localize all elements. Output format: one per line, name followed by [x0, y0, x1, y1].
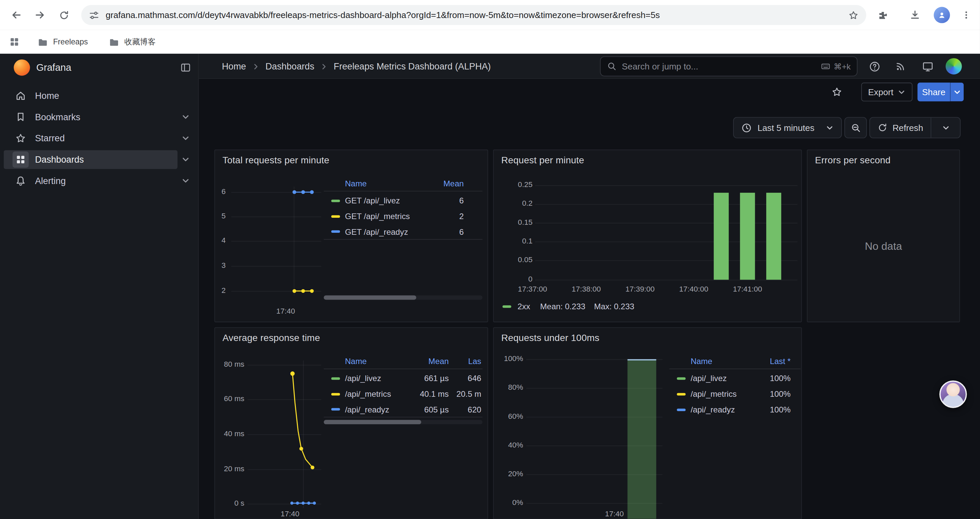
legend[interactable]: 2xx Mean: 0.233 Max: 0.233 [502, 302, 634, 311]
sidebar-item-label: Starred [35, 133, 65, 143]
panel-title[interactable]: Request per minute [501, 155, 584, 165]
help-icon[interactable] [864, 56, 885, 77]
export-button[interactable]: Export [861, 83, 913, 101]
legend-row[interactable]: /api/_metrics 40.1 ms 20.5 m [324, 386, 483, 402]
bar-2xx [740, 193, 755, 279]
site-info-icon[interactable] [89, 10, 99, 21]
search-input[interactable] [622, 61, 816, 72]
keyboard-icon [821, 61, 830, 72]
legend-scrollbar[interactable] [324, 295, 483, 300]
legend-header-row: Name Mean Las [324, 355, 483, 369]
series-last: 620 [449, 404, 481, 414]
apps-grid-icon[interactable] [9, 37, 20, 48]
breadcrumb-dashboards[interactable]: Dashboards [266, 61, 314, 72]
extensions-icon[interactable] [873, 6, 891, 24]
refresh-button[interactable]: Refresh [870, 118, 931, 137]
monitor-icon[interactable] [917, 56, 938, 77]
legend-header-name[interactable]: Name [690, 357, 756, 366]
y-tick: 40% [494, 441, 523, 449]
screen: grafana.mathmast.com/d/deytv4rwavabkb/fr… [0, 0, 980, 519]
user-avatar[interactable] [946, 58, 962, 75]
legend-row[interactable]: /api/_readyz 100% [670, 402, 800, 417]
chevron-down-icon[interactable] [181, 176, 190, 185]
bookmark-folder-blogs[interactable]: 收藏博客 [104, 34, 161, 50]
breadcrumb-current[interactable]: Freeleaps Metrics Dashboard (ALPHA) [334, 61, 491, 72]
refresh-interval-chevron[interactable] [931, 118, 960, 137]
legend-row[interactable]: /api/_livez 100% [670, 370, 800, 386]
browser-profile-avatar[interactable] [934, 7, 950, 23]
y-tick: 80% [494, 383, 523, 392]
bookmark-star-icon[interactable] [848, 10, 859, 21]
panel-title[interactable]: Errors per second [815, 155, 891, 165]
legend-row[interactable]: /api/_readyz 605 µs 620 [324, 402, 483, 417]
time-range-picker[interactable]: Last 5 minutes [733, 117, 842, 138]
brand-name: Grafana [37, 62, 72, 73]
sidebar-item-starred[interactable]: Starred [0, 128, 199, 149]
url-text[interactable]: grafana.mathmast.com/d/deytv4rwavabkb/fr… [106, 10, 842, 20]
refresh-label: Refresh [892, 123, 923, 133]
back-icon[interactable] [7, 6, 25, 24]
grafana-logo[interactable] [14, 59, 30, 76]
folder-icon [37, 37, 48, 48]
series-mean: 6 [426, 227, 464, 236]
series-last: 646 [449, 374, 481, 383]
panel-title[interactable]: Requests under 100ms [501, 332, 600, 343]
x-tick: 17:40 [276, 509, 304, 518]
floating-assistant-avatar[interactable] [939, 380, 967, 408]
legend-row[interactable]: /api/_livez 661 µs 646 [324, 370, 483, 386]
legend-header-last[interactable]: Last * [756, 357, 791, 366]
chevron-down-icon[interactable] [181, 155, 190, 164]
chevron-down-icon[interactable] [181, 134, 190, 143]
rss-icon[interactable] [890, 56, 911, 77]
sidebar-item-alerting[interactable]: Alerting [0, 170, 199, 192]
refresh-group: Refresh [869, 117, 961, 138]
legend-scrollbar[interactable] [324, 420, 483, 424]
legend-header-name[interactable]: Name [345, 179, 426, 188]
legend-header-last[interactable]: Las [449, 357, 481, 366]
sidebar-item-home[interactable]: Home [0, 85, 199, 107]
share-button[interactable]: Share [918, 83, 950, 101]
zoom-out-button[interactable] [844, 117, 867, 138]
x-tick: 17:39:00 [621, 285, 659, 294]
chevron-right-icon [252, 62, 260, 70]
export-label: Export [868, 87, 894, 97]
star-icon [15, 133, 26, 144]
search-bar[interactable]: ⌘+k [600, 56, 858, 77]
y-tick: 20% [494, 469, 523, 478]
legend-header-row: Name Mean [324, 176, 483, 192]
legend-row[interactable]: GET /api/_livez 6 [324, 193, 483, 208]
legend-header-mean[interactable]: Mean [426, 179, 464, 188]
legend-row[interactable]: GET /api/_metrics 2 [324, 208, 483, 224]
sidebar-item-bookmarks[interactable]: Bookmarks [0, 107, 199, 128]
sidebar: Grafana Home Bookmarks Starred Dashboard… [0, 54, 199, 519]
legend-header-name[interactable]: Name [345, 357, 404, 366]
share-menu-chevron[interactable] [950, 83, 964, 101]
stage: grafana.mathmast.com/d/deytv4rwavabkb/fr… [0, 0, 980, 519]
breadcrumb: Home Dashboards Freeleaps Metrics Dashbo… [222, 54, 491, 79]
sidebar-item-dashboards[interactable]: Dashboards [0, 149, 199, 170]
bookmark-folder-freeleaps[interactable]: Freeleaps [32, 34, 98, 50]
address-bar[interactable]: grafana.mathmast.com/d/deytv4rwavabkb/fr… [81, 5, 866, 25]
legend-table: Name Mean GET /api/_livez 6 GET /api/_me… [324, 176, 483, 240]
chevron-down-icon[interactable] [181, 113, 190, 121]
browser-menu-icon[interactable] [958, 6, 975, 24]
series-name: /api/_metrics [345, 389, 404, 398]
series-mean: 6 [426, 196, 464, 205]
forward-icon[interactable] [31, 6, 49, 24]
reload-icon[interactable] [55, 6, 72, 24]
sidebar-collapse-icon[interactable] [180, 62, 191, 73]
bar-2xx [766, 193, 781, 279]
chevron-right-icon [320, 62, 328, 70]
favorite-star-icon[interactable] [831, 86, 843, 98]
legend-row[interactable]: GET /api/_readyz 6 [324, 224, 483, 240]
series-mean: 605 µs [404, 404, 449, 414]
y-tick: 0.1 [505, 236, 532, 245]
series-name: /api/_livez [690, 374, 756, 383]
legend-row[interactable]: /api/_metrics 100% [670, 386, 800, 402]
legend-header-mean[interactable]: Mean [404, 357, 449, 366]
downloads-icon[interactable] [906, 6, 924, 24]
search-shortcut: ⌘+k [821, 61, 851, 72]
home-icon [15, 90, 26, 102]
breadcrumb-home[interactable]: Home [222, 61, 246, 72]
y-tick: 0% [494, 498, 523, 507]
